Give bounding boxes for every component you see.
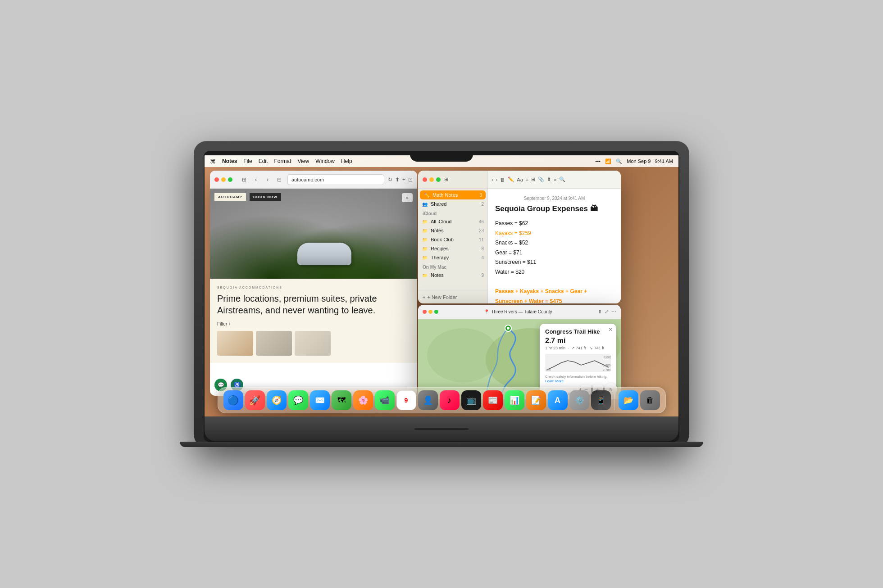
dock-item-appstore[interactable]: A bbox=[548, 390, 568, 410]
dock-item-news[interactable]: 📰 bbox=[483, 390, 503, 410]
dock-item-photos[interactable]: 🌸 bbox=[353, 390, 373, 410]
dock-item-trash[interactable]: 🗑 bbox=[640, 390, 660, 410]
learn-more-link[interactable]: Learn More bbox=[545, 379, 564, 383]
safari-right-controls: ↻ ⬆ + ⊡ bbox=[388, 176, 413, 183]
location-pin-icon: 📍 bbox=[484, 309, 489, 314]
dock-item-maps[interactable]: 🗺 bbox=[332, 390, 351, 410]
search-icon[interactable]: 🔍 bbox=[616, 158, 622, 164]
dock-item-numbers[interactable]: 📊 bbox=[505, 390, 524, 410]
hero-background bbox=[210, 189, 417, 279]
filter-button[interactable]: Filter + bbox=[217, 321, 410, 326]
menu-format[interactable]: Format bbox=[274, 158, 291, 164]
table-icon[interactable]: ⊞ bbox=[531, 176, 535, 182]
maps-share-icon[interactable]: ⬆ bbox=[598, 309, 602, 315]
show-tabs-button[interactable]: ⊡ bbox=[408, 176, 413, 183]
grid-view-button[interactable]: ⊞ bbox=[240, 175, 249, 184]
dock-item-calendar[interactable]: 9 bbox=[396, 390, 416, 410]
safari-window: ⊞ ‹ › ⊟ autocamp.com ↻ ⬆ + ⊡ bbox=[210, 171, 417, 396]
dock-item-contacts[interactable]: 👤 bbox=[418, 390, 438, 410]
notes-close-button[interactable] bbox=[423, 177, 427, 182]
menu-app-name[interactable]: Notes bbox=[222, 158, 237, 164]
attachment-icon[interactable]: 📎 bbox=[538, 176, 544, 182]
dock-item-files[interactable]: 📂 bbox=[619, 390, 638, 410]
minimize-button[interactable] bbox=[221, 177, 226, 182]
text-format-icon[interactable]: Aa bbox=[517, 177, 523, 182]
screen-bezel bbox=[205, 152, 678, 155]
notes-maximize-button[interactable] bbox=[436, 177, 441, 182]
notes-sidebar-item-recipes[interactable]: 📁 Recipes 8 bbox=[418, 244, 487, 253]
note-line-kayaks: Kayaks = $259 bbox=[495, 229, 614, 239]
notes-main-toolbar: ‹ › 🗑 ✏️ Aa ≡ ⊞ 📎 ⬆ » 🔍 bbox=[488, 171, 621, 189]
menu-help[interactable]: Help bbox=[341, 158, 352, 164]
dock-item-mail[interactable]: ✉️ bbox=[310, 390, 330, 410]
dock-item-appletv[interactable]: 📺 bbox=[461, 390, 481, 410]
dock-item-music[interactable]: ♪ bbox=[440, 390, 460, 410]
menu-window[interactable]: Window bbox=[315, 158, 335, 164]
bookmarks-button[interactable]: ⊟ bbox=[275, 175, 284, 184]
new-folder-button[interactable]: + + New Folder bbox=[418, 290, 487, 303]
notes-sidebar-item-on-my-mac[interactable]: 📁 Notes 9 bbox=[418, 271, 487, 280]
maps-fullscreen-icon[interactable]: ⤢ bbox=[605, 309, 609, 315]
recipes-label: Recipes bbox=[431, 246, 449, 251]
refresh-button[interactable]: ↻ bbox=[388, 176, 392, 183]
recipes-count: 8 bbox=[481, 246, 484, 251]
dock-item-settings[interactable]: ⚙️ bbox=[569, 390, 589, 410]
therapy-label: Therapy bbox=[431, 255, 449, 260]
trail-distance: 2.7 mi bbox=[545, 337, 611, 345]
notes-sidebar-item-notes[interactable]: 📁 Notes 23 bbox=[418, 226, 487, 235]
notes-sidebar-item-therapy[interactable]: 📁 Therapy 4 bbox=[418, 253, 487, 262]
safari-hero-image: AUTOCAMP BOOK NOW ≡ bbox=[210, 189, 417, 279]
dock-item-pages[interactable]: 📝 bbox=[526, 390, 546, 410]
search-notes-icon[interactable]: 🔍 bbox=[559, 176, 565, 182]
notes-sidebar: ⊞ ✏️ Math Notes 3 👥 Shared bbox=[418, 171, 488, 303]
maps-minimize-button[interactable] bbox=[428, 310, 432, 314]
dock-item-safari[interactable]: 🧭 bbox=[267, 390, 287, 410]
more-options-icon[interactable]: » bbox=[554, 177, 556, 182]
back-nav-icon[interactable]: ‹ bbox=[492, 177, 493, 182]
back-button[interactable]: ‹ bbox=[251, 175, 260, 184]
dock-item-messages[interactable]: 💬 bbox=[288, 390, 308, 410]
share-button[interactable]: ⬆ bbox=[395, 176, 400, 183]
trail-duration: 1 hr 23 min bbox=[545, 346, 565, 350]
notes-content-area: September 9, 2024 at 9:41 AM Sequoia Gro… bbox=[488, 189, 621, 303]
forward-nav-icon[interactable]: › bbox=[496, 177, 498, 182]
note-title[interactable]: Sequoia Group Expenses 🏔 bbox=[495, 204, 614, 213]
svg-point-5 bbox=[507, 327, 510, 330]
note-line-water: Water = $20 bbox=[495, 267, 614, 277]
menu-edit[interactable]: Edit bbox=[259, 158, 268, 164]
forward-button[interactable]: › bbox=[263, 175, 272, 184]
notes-sidebar-item-book-club[interactable]: 📁 Book Club 11 bbox=[418, 235, 487, 244]
note-line-passes: Passes = $62 bbox=[495, 219, 614, 229]
book-now-button[interactable]: BOOK NOW bbox=[250, 193, 281, 201]
menu-view[interactable]: View bbox=[297, 158, 309, 164]
svg-text:8,000+: 8,000+ bbox=[604, 356, 611, 359]
maps-close-button[interactable] bbox=[423, 310, 427, 314]
safari-nav-controls: ⊞ ‹ › ⊟ bbox=[240, 175, 284, 184]
dock-item-launchpad[interactable]: 🚀 bbox=[245, 390, 265, 410]
hamburger-menu-icon[interactable]: ≡ bbox=[402, 193, 413, 202]
address-bar[interactable]: autocamp.com bbox=[287, 174, 384, 185]
menu-file[interactable]: File bbox=[243, 158, 252, 164]
compose-note-icon[interactable]: ✏️ bbox=[508, 176, 514, 182]
close-button[interactable] bbox=[214, 177, 219, 182]
maps-more-icon[interactable]: ⋯ bbox=[611, 309, 616, 315]
notes-sidebar-item-shared[interactable]: 👥 Shared 2 bbox=[418, 199, 487, 208]
map-card-close-button[interactable]: ✕ bbox=[608, 326, 613, 333]
delete-note-icon[interactable]: 🗑 bbox=[500, 177, 505, 182]
notes-sidebar-item-math-notes[interactable]: ✏️ Math Notes 3 bbox=[420, 190, 486, 199]
dock-item-finder[interactable]: 🔵 bbox=[223, 390, 243, 410]
new-folder-icon: + bbox=[423, 294, 425, 300]
maps-maximize-button[interactable] bbox=[434, 310, 438, 314]
dock-item-facetime[interactable]: 📹 bbox=[375, 390, 395, 410]
share-icon[interactable]: ⬆ bbox=[547, 176, 551, 182]
notes-minimize-button[interactable] bbox=[429, 177, 434, 182]
apple-logo[interactable]: ⌘ bbox=[210, 158, 216, 165]
sidebar-toggle-icon[interactable]: ⊞ bbox=[444, 176, 448, 182]
checklist-icon[interactable]: ≡ bbox=[526, 177, 528, 182]
new-tab-button[interactable]: + bbox=[402, 176, 405, 183]
notes-sidebar-item-all-icloud[interactable]: 📁 All iCloud 46 bbox=[418, 217, 487, 226]
maximize-button[interactable] bbox=[228, 177, 232, 182]
notes-sidebar-content: ✏️ Math Notes 3 👥 Shared 2 iCloud bbox=[418, 189, 487, 290]
svg-rect-6 bbox=[545, 354, 611, 372]
dock-item-iphone-mirror[interactable]: 📱 bbox=[591, 390, 611, 410]
